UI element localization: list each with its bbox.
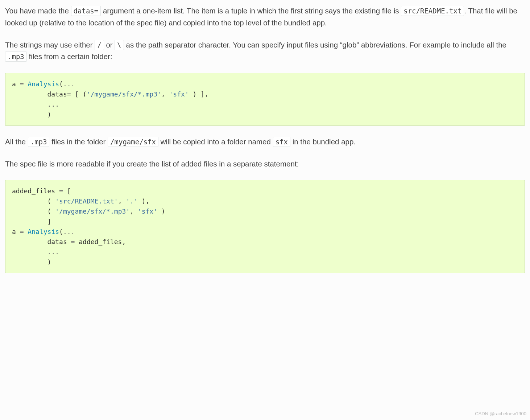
text: files in the folder [49,137,108,146]
paragraph-4: The spec file is more readable if you cr… [5,158,525,170]
paragraph-1: You have made the datas= argument a one-… [5,5,525,29]
text: The strings may use either [5,41,95,49]
paragraph-2: The strings may use either / or \ as the… [5,39,525,63]
code-content: added_files = [ ( 'src/README.txt', '.' … [12,186,518,267]
code-content: a = Analysis(... datas= [ ('/mygame/sfx/… [12,79,518,120]
text: You have made the [5,7,71,15]
inline-code: .mp3 [28,137,50,147]
code-block-2: added_files = [ ( 'src/README.txt', '.' … [5,180,525,273]
inline-code: /mygame/sfx [108,137,158,147]
inline-code: / [95,40,104,50]
code-block-1: a = Analysis(... datas= [ ('/mygame/sfx/… [5,73,525,126]
inline-code: .mp3 [5,52,27,62]
text: or [104,41,115,49]
paragraph-3: All the .mp3 files in the folder /mygame… [5,136,525,148]
text: All the [5,137,28,146]
text: as the path separator character. You can… [124,41,506,49]
text: in the bundled app. [290,137,356,146]
text: argument a one-item list. The item is a … [101,7,401,15]
inline-code: sfx [273,137,290,147]
text: The spec file is more readable if you cr… [5,160,299,168]
text: files from a certain folder: [27,52,112,61]
inline-code: \ [115,40,124,50]
inline-code: src/README.txt [401,6,464,16]
text: will be copied into a folder named [158,137,273,146]
inline-code: datas= [71,6,101,16]
